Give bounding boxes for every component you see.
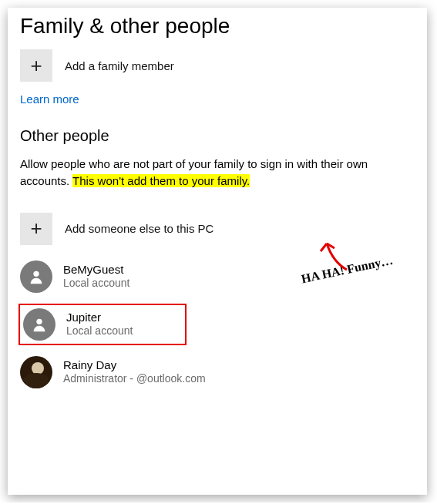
other-people-heading: Other people bbox=[20, 127, 427, 145]
user-sub: Local account bbox=[63, 277, 129, 290]
desc-highlighted: This won't add them to your family. bbox=[72, 174, 250, 187]
user-meta: BeMyGuest Local account bbox=[63, 263, 129, 290]
add-other-button[interactable]: + Add someone else to this PC bbox=[20, 213, 427, 245]
svg-point-1 bbox=[36, 318, 42, 324]
user-row-rainyday[interactable]: Rainy Day Administrator - @outlook.com bbox=[20, 353, 427, 391]
person-icon bbox=[23, 308, 55, 341]
avatar-photo bbox=[20, 356, 52, 388]
user-sub: Local account bbox=[66, 324, 133, 338]
add-family-label: Add a family member bbox=[65, 59, 174, 72]
user-name: BeMyGuest bbox=[63, 263, 129, 277]
plus-icon: + bbox=[20, 49, 52, 82]
other-people-description: Allow people who are not part of your fa… bbox=[20, 156, 415, 190]
person-icon bbox=[20, 260, 52, 293]
user-meta: Rainy Day Administrator - @outlook.com bbox=[63, 358, 206, 385]
add-other-label: Add someone else to this PC bbox=[65, 222, 213, 235]
learn-more-link[interactable]: Learn more bbox=[20, 92, 427, 106]
plus-icon: + bbox=[20, 213, 52, 245]
user-sub: Administrator - @outlook.com bbox=[63, 372, 206, 385]
page-title: Family & other people bbox=[20, 14, 427, 39]
settings-panel: Family & other people + Add a family mem… bbox=[8, 8, 427, 495]
svg-point-0 bbox=[33, 270, 39, 276]
user-meta: Jupiter Local account bbox=[66, 311, 133, 338]
add-family-button[interactable]: + Add a family member bbox=[20, 49, 427, 82]
user-row-jupiter-selected[interactable]: Jupiter Local account bbox=[18, 304, 187, 345]
user-name: Jupiter bbox=[66, 311, 133, 324]
user-name: Rainy Day bbox=[63, 358, 206, 372]
